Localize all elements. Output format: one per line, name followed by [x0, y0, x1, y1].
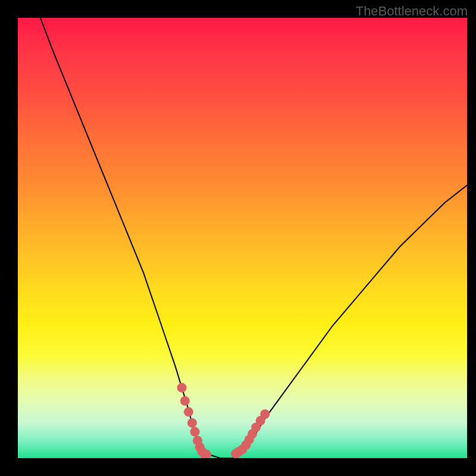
- optimal-markers-left: [177, 383, 212, 458]
- svg-point-3: [187, 418, 197, 428]
- watermark-text: TheBottleneck.com: [356, 4, 468, 19]
- svg-point-4: [190, 427, 200, 437]
- svg-point-1: [180, 396, 190, 406]
- svg-point-18: [260, 409, 270, 419]
- curve-svg: [18, 18, 467, 458]
- bottleneck-curve-path: [40, 18, 467, 458]
- optimal-markers-right: [231, 409, 270, 458]
- svg-point-2: [184, 407, 193, 416]
- svg-point-0: [177, 383, 187, 393]
- chart-plot-area: [18, 18, 467, 458]
